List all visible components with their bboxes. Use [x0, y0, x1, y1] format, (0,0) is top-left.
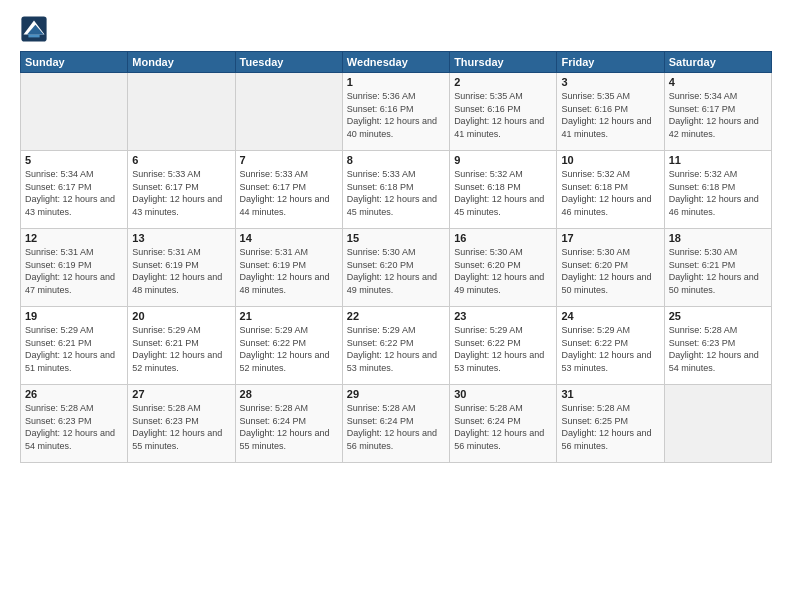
day-info: Sunrise: 5:28 AM Sunset: 6:23 PM Dayligh… [669, 324, 767, 374]
daylight: Daylight: 12 hours and 45 minutes. [454, 194, 544, 217]
daylight: Daylight: 12 hours and 54 minutes. [669, 350, 759, 373]
calendar-week-row: 5 Sunrise: 5:34 AM Sunset: 6:17 PM Dayli… [21, 151, 772, 229]
daylight: Daylight: 12 hours and 49 minutes. [347, 272, 437, 295]
day-number: 15 [347, 232, 445, 244]
day-info: Sunrise: 5:35 AM Sunset: 6:16 PM Dayligh… [561, 90, 659, 140]
header [20, 15, 772, 43]
day-number: 14 [240, 232, 338, 244]
calendar-cell: 28 Sunrise: 5:28 AM Sunset: 6:24 PM Dayl… [235, 385, 342, 463]
sunrise: Sunrise: 5:34 AM [25, 169, 94, 179]
daylight: Daylight: 12 hours and 46 minutes. [561, 194, 651, 217]
calendar-cell: 30 Sunrise: 5:28 AM Sunset: 6:24 PM Dayl… [450, 385, 557, 463]
sunset: Sunset: 6:16 PM [347, 104, 414, 114]
calendar-cell: 5 Sunrise: 5:34 AM Sunset: 6:17 PM Dayli… [21, 151, 128, 229]
calendar-week-row: 12 Sunrise: 5:31 AM Sunset: 6:19 PM Dayl… [21, 229, 772, 307]
day-number: 9 [454, 154, 552, 166]
daylight: Daylight: 12 hours and 50 minutes. [561, 272, 651, 295]
sunset: Sunset: 6:19 PM [132, 260, 199, 270]
daylight: Daylight: 12 hours and 53 minutes. [454, 350, 544, 373]
day-number: 4 [669, 76, 767, 88]
day-number: 19 [25, 310, 123, 322]
sunrise: Sunrise: 5:29 AM [454, 325, 523, 335]
day-info: Sunrise: 5:29 AM Sunset: 6:22 PM Dayligh… [347, 324, 445, 374]
svg-rect-3 [28, 35, 39, 38]
calendar-cell: 24 Sunrise: 5:29 AM Sunset: 6:22 PM Dayl… [557, 307, 664, 385]
daylight: Daylight: 12 hours and 42 minutes. [669, 116, 759, 139]
sunset: Sunset: 6:18 PM [561, 182, 628, 192]
sunset: Sunset: 6:23 PM [25, 416, 92, 426]
sunrise: Sunrise: 5:32 AM [669, 169, 738, 179]
calendar-cell: 18 Sunrise: 5:30 AM Sunset: 6:21 PM Dayl… [664, 229, 771, 307]
calendar-cell: 11 Sunrise: 5:32 AM Sunset: 6:18 PM Dayl… [664, 151, 771, 229]
calendar-cell: 4 Sunrise: 5:34 AM Sunset: 6:17 PM Dayli… [664, 73, 771, 151]
day-info: Sunrise: 5:31 AM Sunset: 6:19 PM Dayligh… [25, 246, 123, 296]
sunset: Sunset: 6:19 PM [25, 260, 92, 270]
calendar-cell: 22 Sunrise: 5:29 AM Sunset: 6:22 PM Dayl… [342, 307, 449, 385]
day-number: 16 [454, 232, 552, 244]
daylight: Daylight: 12 hours and 41 minutes. [561, 116, 651, 139]
calendar-cell: 27 Sunrise: 5:28 AM Sunset: 6:23 PM Dayl… [128, 385, 235, 463]
sunset: Sunset: 6:18 PM [669, 182, 736, 192]
day-info: Sunrise: 5:29 AM Sunset: 6:22 PM Dayligh… [561, 324, 659, 374]
day-info: Sunrise: 5:34 AM Sunset: 6:17 PM Dayligh… [25, 168, 123, 218]
sunset: Sunset: 6:20 PM [454, 260, 521, 270]
day-number: 5 [25, 154, 123, 166]
sunset: Sunset: 6:19 PM [240, 260, 307, 270]
calendar-cell: 7 Sunrise: 5:33 AM Sunset: 6:17 PM Dayli… [235, 151, 342, 229]
daylight: Daylight: 12 hours and 45 minutes. [347, 194, 437, 217]
sunset: Sunset: 6:18 PM [347, 182, 414, 192]
daylight: Daylight: 12 hours and 56 minutes. [347, 428, 437, 451]
sunrise: Sunrise: 5:33 AM [347, 169, 416, 179]
day-info: Sunrise: 5:33 AM Sunset: 6:17 PM Dayligh… [132, 168, 230, 218]
calendar-cell: 26 Sunrise: 5:28 AM Sunset: 6:23 PM Dayl… [21, 385, 128, 463]
calendar-cell: 6 Sunrise: 5:33 AM Sunset: 6:17 PM Dayli… [128, 151, 235, 229]
daylight: Daylight: 12 hours and 56 minutes. [561, 428, 651, 451]
sunset: Sunset: 6:21 PM [25, 338, 92, 348]
calendar-cell: 8 Sunrise: 5:33 AM Sunset: 6:18 PM Dayli… [342, 151, 449, 229]
calendar-cell [128, 73, 235, 151]
daylight: Daylight: 12 hours and 52 minutes. [240, 350, 330, 373]
sunset: Sunset: 6:23 PM [132, 416, 199, 426]
daylight: Daylight: 12 hours and 46 minutes. [669, 194, 759, 217]
sunrise: Sunrise: 5:30 AM [561, 247, 630, 257]
sunset: Sunset: 6:17 PM [25, 182, 92, 192]
day-info: Sunrise: 5:28 AM Sunset: 6:25 PM Dayligh… [561, 402, 659, 452]
calendar-cell: 25 Sunrise: 5:28 AM Sunset: 6:23 PM Dayl… [664, 307, 771, 385]
day-info: Sunrise: 5:28 AM Sunset: 6:23 PM Dayligh… [132, 402, 230, 452]
calendar-table: SundayMondayTuesdayWednesdayThursdayFrid… [20, 51, 772, 463]
sunset: Sunset: 6:25 PM [561, 416, 628, 426]
daylight: Daylight: 12 hours and 53 minutes. [561, 350, 651, 373]
calendar-cell: 21 Sunrise: 5:29 AM Sunset: 6:22 PM Dayl… [235, 307, 342, 385]
day-info: Sunrise: 5:28 AM Sunset: 6:23 PM Dayligh… [25, 402, 123, 452]
logo-icon [20, 15, 48, 43]
day-number: 30 [454, 388, 552, 400]
sunset: Sunset: 6:21 PM [132, 338, 199, 348]
sunrise: Sunrise: 5:29 AM [240, 325, 309, 335]
day-number: 18 [669, 232, 767, 244]
daylight: Daylight: 12 hours and 41 minutes. [454, 116, 544, 139]
day-number: 8 [347, 154, 445, 166]
day-number: 25 [669, 310, 767, 322]
day-info: Sunrise: 5:32 AM Sunset: 6:18 PM Dayligh… [561, 168, 659, 218]
day-info: Sunrise: 5:29 AM Sunset: 6:21 PM Dayligh… [25, 324, 123, 374]
day-number: 24 [561, 310, 659, 322]
calendar-week-row: 1 Sunrise: 5:36 AM Sunset: 6:16 PM Dayli… [21, 73, 772, 151]
sunset: Sunset: 6:24 PM [240, 416, 307, 426]
day-number: 23 [454, 310, 552, 322]
weekday-header-wednesday: Wednesday [342, 52, 449, 73]
sunrise: Sunrise: 5:28 AM [132, 403, 201, 413]
calendar-cell: 29 Sunrise: 5:28 AM Sunset: 6:24 PM Dayl… [342, 385, 449, 463]
daylight: Daylight: 12 hours and 50 minutes. [669, 272, 759, 295]
calendar-cell: 31 Sunrise: 5:28 AM Sunset: 6:25 PM Dayl… [557, 385, 664, 463]
sunrise: Sunrise: 5:28 AM [347, 403, 416, 413]
sunrise: Sunrise: 5:31 AM [132, 247, 201, 257]
day-number: 12 [25, 232, 123, 244]
day-number: 22 [347, 310, 445, 322]
day-info: Sunrise: 5:29 AM Sunset: 6:21 PM Dayligh… [132, 324, 230, 374]
calendar-cell: 14 Sunrise: 5:31 AM Sunset: 6:19 PM Dayl… [235, 229, 342, 307]
calendar-cell: 15 Sunrise: 5:30 AM Sunset: 6:20 PM Dayl… [342, 229, 449, 307]
sunrise: Sunrise: 5:32 AM [454, 169, 523, 179]
day-info: Sunrise: 5:29 AM Sunset: 6:22 PM Dayligh… [240, 324, 338, 374]
daylight: Daylight: 12 hours and 54 minutes. [25, 428, 115, 451]
sunrise: Sunrise: 5:33 AM [132, 169, 201, 179]
